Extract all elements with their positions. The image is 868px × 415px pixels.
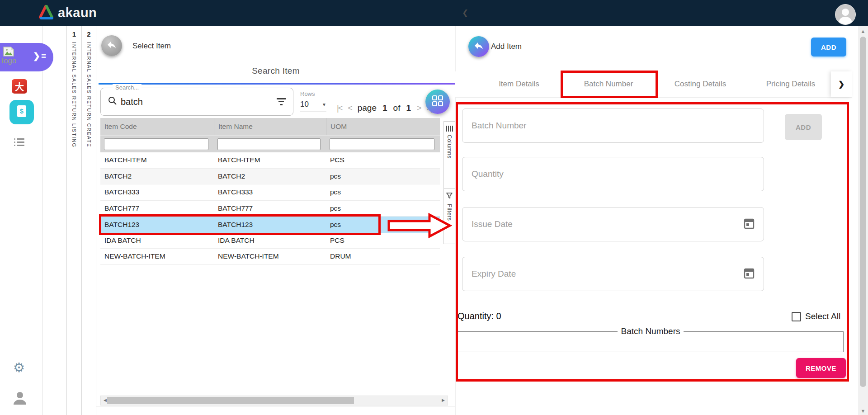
grid-icon — [432, 95, 443, 108]
brand-logo: akaun — [38, 0, 97, 26]
items-table: Item Code Item Name UOM BATCH-ITEM BATCH… — [100, 118, 440, 265]
app-sidebar: logo ❯≡ 大 $ ⚙ — [0, 26, 43, 415]
sidebar-item-listing[interactable] — [14, 138, 24, 146]
add-item-submit-button[interactable]: ADD — [811, 38, 846, 57]
filter-input-uom[interactable] — [330, 138, 434, 150]
table-filter-row — [100, 135, 440, 152]
back-arrow-icon — [473, 40, 484, 53]
tab-item-details[interactable]: Item Details — [499, 80, 539, 89]
profile-person-icon[interactable] — [12, 390, 28, 407]
issue-date-field — [462, 207, 764, 241]
batch-numbers-fieldset: Batch Numbers — [458, 326, 844, 352]
tenant-logo-pill[interactable]: logo ❯≡ — [0, 43, 53, 71]
expiry-date-input[interactable] — [472, 269, 739, 279]
table-columns-tab[interactable]: Columns — [443, 121, 455, 188]
workspace-tab-listing[interactable]: 1 INTERNAL SALES RETURN LISTING — [66, 26, 81, 415]
search-icon — [108, 96, 117, 107]
quantity-field — [462, 157, 764, 191]
invoice-dollar-icon: $ — [16, 104, 28, 120]
gradient-divider — [99, 83, 455, 85]
table-filters-tab[interactable]: Filters — [443, 188, 455, 244]
first-page-button[interactable]: |< — [337, 104, 342, 113]
page-word: page — [358, 103, 377, 113]
panel-bottom-border — [96, 406, 455, 406]
table-horizontal-scrollbar[interactable]: ◄ ► — [100, 396, 448, 406]
table-row-selected[interactable]: BATCH123 BATCH123 pcs — [100, 217, 440, 233]
settings-gear-icon[interactable]: ⚙ — [13, 361, 25, 374]
filter-input-item-code[interactable] — [104, 138, 208, 150]
calendar-icon[interactable] — [744, 267, 755, 281]
column-header-item-code[interactable]: Item Code — [100, 123, 214, 131]
table-header-row: Item Code Item Name UOM — [100, 118, 440, 135]
tabs-scroll-left-button[interactable]: ❮ — [462, 8, 468, 18]
tab-costing-details[interactable]: Costing Details — [675, 80, 726, 89]
vertical-scroll-thumb[interactable] — [860, 37, 866, 387]
table-row[interactable]: NEW-BATCH-ITEM NEW-BATCH-ITEM DRUM — [100, 249, 440, 265]
red-app-glyph: 大 — [15, 80, 24, 93]
scroll-down-icon[interactable]: ▼ — [858, 408, 868, 414]
sidebar-collapse-icon[interactable]: ❯≡ — [33, 51, 46, 61]
current-page-number: 1 — [382, 103, 387, 113]
filter-list-icon[interactable] — [277, 98, 286, 105]
tab-pricing-details[interactable]: Pricing Details — [766, 80, 816, 89]
table-row[interactable]: IDA BATCH IDA BATCH PCS — [100, 233, 440, 249]
scroll-up-icon[interactable]: ▲ — [858, 28, 868, 34]
select-all-label: Select All — [805, 311, 840, 321]
select-item-title: Select Item — [132, 42, 171, 51]
app-root: akaun logo ❯≡ — [0, 0, 868, 415]
table-row[interactable]: BATCH2 BATCH2 pcs — [100, 169, 440, 185]
expiry-date-field — [462, 257, 764, 291]
of-word: of — [393, 103, 401, 113]
scroll-right-icon[interactable]: ► — [441, 397, 446, 403]
tabs-scroll-right-button[interactable]: ❯ — [831, 71, 852, 97]
select-all-control: Select All — [792, 311, 840, 321]
batch-numbers-legend: Batch Numbers — [618, 326, 684, 336]
rows-per-page-select[interactable]: 10 ▼ — [300, 100, 326, 112]
select-item-back-button[interactable] — [101, 35, 122, 56]
next-page-button[interactable]: > — [417, 104, 421, 113]
pagination: |< < page 1 of 1 > >| — [337, 103, 432, 113]
column-header-uom[interactable]: UOM — [326, 118, 440, 135]
columns-icon — [446, 126, 453, 132]
remove-button[interactable]: REMOVE — [796, 358, 846, 378]
search-input[interactable] — [121, 97, 256, 107]
workspace-tab-label: INTERNAL SALES RETURN CREATE — [86, 42, 92, 147]
svg-text:$: $ — [20, 108, 24, 115]
workspace-tab-label: INTERNAL SALES RETURN LISTING — [71, 42, 77, 148]
funnel-icon — [446, 193, 453, 201]
rows-label: Rows — [300, 90, 326, 97]
rows-value: 10 — [300, 100, 309, 109]
dropdown-caret-icon: ▼ — [322, 102, 326, 107]
logo-alt-text: logo — [2, 57, 16, 66]
select-all-checkbox[interactable] — [792, 312, 801, 321]
table-row[interactable]: BATCH-ITEM BATCH-ITEM PCS — [100, 152, 440, 169]
quantity-input[interactable] — [472, 169, 755, 179]
workspace-tab-create[interactable]: 2 INTERNAL SALES RETURN CREATE — [81, 26, 96, 415]
sidebar-item-red-app[interactable]: 大 — [12, 79, 27, 94]
total-pages-number: 1 — [406, 103, 411, 113]
panel-vertical-scrollbar[interactable]: ▲ ▼ — [858, 26, 868, 415]
table-row[interactable]: BATCH333 BATCH333 pcs — [100, 184, 440, 201]
batch-number-input[interactable] — [472, 121, 755, 131]
quantity-summary: Quantity: 0 — [458, 311, 501, 321]
batch-add-button-disabled[interactable]: ADD — [785, 114, 822, 140]
batch-number-field — [462, 108, 764, 143]
search-box: Search... — [100, 88, 293, 116]
tab-batch-number[interactable]: Batch Number — [584, 80, 633, 89]
sidebar-item-sales-doc[interactable]: $ — [9, 100, 34, 124]
prev-page-button[interactable]: < — [348, 104, 352, 113]
filter-input-item-name[interactable] — [217, 138, 321, 150]
search-box-label: Search... — [113, 84, 142, 91]
user-avatar[interactable] — [835, 4, 856, 25]
rows-per-page: Rows 10 ▼ — [300, 90, 326, 112]
column-header-item-name[interactable]: Item Name — [214, 118, 326, 135]
issue-date-input[interactable] — [472, 219, 739, 229]
add-item-back-button[interactable] — [468, 36, 489, 57]
columns-tab-label: Columns — [446, 135, 453, 159]
horizontal-scroll-thumb[interactable] — [107, 397, 354, 404]
calendar-icon[interactable] — [744, 217, 755, 231]
workspace-tab-number: 1 — [72, 30, 76, 38]
grid-view-button[interactable] — [425, 90, 450, 114]
workspace-tab-number: 2 — [87, 30, 90, 38]
table-row[interactable]: BATCH777 BATCH777 pcs — [100, 201, 440, 217]
